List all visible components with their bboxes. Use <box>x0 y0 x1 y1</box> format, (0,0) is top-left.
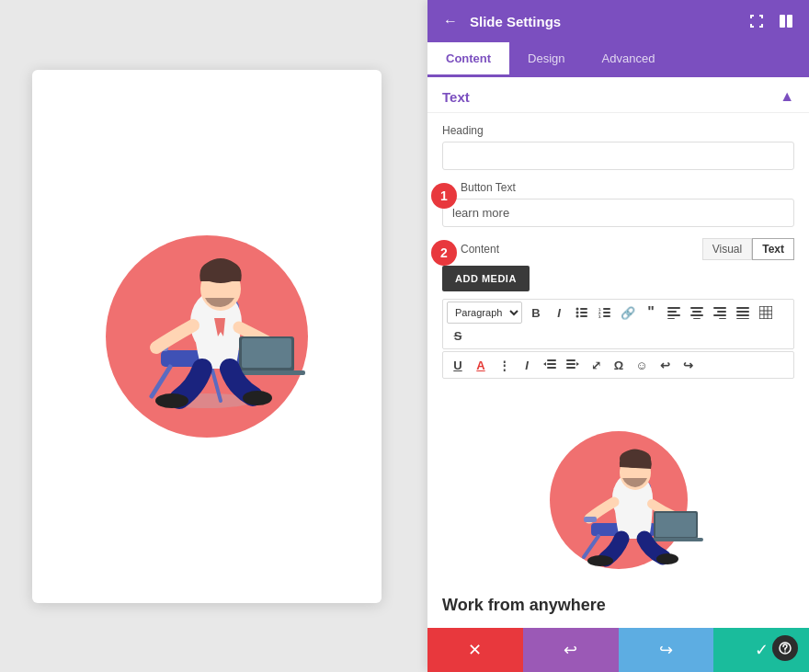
step2-badge: 2 <box>431 240 457 266</box>
tab-advanced[interactable]: Advanced <box>584 42 674 77</box>
fullscreen-icon <box>749 14 764 28</box>
outdent-button[interactable] <box>539 354 561 376</box>
svg-rect-41 <box>713 314 726 316</box>
svg-text:3.: 3. <box>598 314 601 319</box>
indent-button[interactable] <box>562 354 584 376</box>
confirm-icon: ✓ <box>755 640 769 660</box>
table-icon <box>759 306 772 319</box>
svg-rect-37 <box>690 314 703 316</box>
ol-icon: 1.2.3. <box>598 306 611 319</box>
heading-input[interactable] <box>442 142 794 170</box>
svg-point-72 <box>587 555 613 566</box>
svg-rect-36 <box>692 311 701 313</box>
undo-icon: ↩ <box>564 640 577 660</box>
italic2-button[interactable]: I <box>516 354 538 376</box>
justify-button[interactable] <box>732 302 754 324</box>
svg-point-16 <box>243 391 272 405</box>
bottom-badge[interactable] <box>772 635 798 661</box>
svg-line-4 <box>152 367 170 396</box>
text-section-title: Text <box>442 89 470 105</box>
svg-rect-30 <box>603 315 610 317</box>
emoji-button[interactable]: ☺ <box>631 354 653 376</box>
svg-rect-33 <box>667 314 680 316</box>
tab-content[interactable]: Content <box>427 42 509 77</box>
undo-button[interactable]: ↩ <box>523 628 619 672</box>
svg-point-23 <box>576 315 579 318</box>
svg-marker-55 <box>543 362 546 366</box>
ul-icon <box>575 306 588 319</box>
more-options-button[interactable]: ⋮ <box>493 354 515 376</box>
preview-title: Work from anywhere <box>442 596 794 615</box>
svg-rect-42 <box>719 318 726 319</box>
svg-rect-68 <box>655 513 696 537</box>
action-bar: ✕ ↩ ↪ ✓ <box>427 628 809 672</box>
fullscreen-button[interactable] <box>746 11 767 31</box>
preview-image-container <box>442 399 794 583</box>
redo-icon: ↪ <box>659 640 673 660</box>
undo-editor-button[interactable]: ↩ <box>654 354 676 376</box>
expand-button[interactable]: ⤢ <box>585 354 607 376</box>
underline-button[interactable]: U <box>447 354 469 376</box>
step1-container: 1 Button Text <box>442 181 794 238</box>
align-right-button[interactable] <box>709 302 731 324</box>
svg-rect-74 <box>584 517 597 522</box>
back-icon: ← <box>443 13 458 29</box>
cancel-icon: ✕ <box>468 640 482 660</box>
svg-rect-47 <box>759 306 772 319</box>
svg-rect-57 <box>566 363 575 365</box>
editor-toolbar-row2: U A ⋮ I ⤢ Ω ☺ ↩ ↪ <box>442 351 794 379</box>
redo-editor-button[interactable]: ↪ <box>677 354 699 376</box>
svg-rect-54 <box>547 367 556 369</box>
main-illustration-svg <box>60 189 336 428</box>
svg-rect-20 <box>580 308 587 310</box>
content-top-row: Content Visual Text <box>442 238 794 260</box>
paragraph-select[interactable]: Paragraph <box>447 302 522 324</box>
svg-rect-34 <box>667 318 675 319</box>
editor-toolbar-row1: Paragraph B I 1.2.3. 🔗 " <box>442 299 794 349</box>
split-button[interactable] <box>776 11 796 31</box>
text-section-header: Text ▲ <box>427 77 809 113</box>
visual-button[interactable]: Visual <box>702 238 752 260</box>
ol-button[interactable]: 1.2.3. <box>594 302 616 324</box>
svg-point-19 <box>576 308 579 311</box>
text-button[interactable]: Text <box>752 238 794 260</box>
svg-rect-40 <box>717 311 726 313</box>
text-color-button[interactable]: A <box>470 354 492 376</box>
back-button[interactable]: ← <box>440 11 461 31</box>
panel-title: Slide Settings <box>470 14 746 29</box>
strikethrough-button[interactable]: S <box>447 325 469 347</box>
svg-rect-44 <box>736 311 749 313</box>
slide-illustration <box>60 189 354 484</box>
svg-point-73 <box>656 553 678 564</box>
svg-point-21 <box>576 312 579 314</box>
align-center-button[interactable] <box>686 302 708 324</box>
button-text-input[interactable] <box>442 199 794 227</box>
cancel-button[interactable]: ✕ <box>427 628 523 672</box>
svg-rect-35 <box>690 307 703 309</box>
add-media-button[interactable]: ADD MEDIA <box>442 266 530 291</box>
svg-rect-38 <box>693 318 701 319</box>
svg-rect-45 <box>736 314 749 316</box>
svg-rect-24 <box>580 315 587 317</box>
link-button[interactable]: 🔗 <box>617 302 639 324</box>
badge-icon <box>779 642 792 655</box>
preview-illustration-svg <box>527 399 711 583</box>
align-left-button[interactable] <box>663 302 685 324</box>
split-icon <box>779 14 793 28</box>
button-text-label: Button Text <box>442 181 794 194</box>
italic-button[interactable]: I <box>548 302 570 324</box>
svg-rect-18 <box>787 15 792 28</box>
redo-button[interactable]: ↪ <box>619 628 714 672</box>
slide-card <box>32 70 382 603</box>
section-toggle-icon[interactable]: ▲ <box>780 88 794 105</box>
step1-badge: 1 <box>431 183 457 209</box>
bold-button[interactable]: B <box>525 302 547 324</box>
tab-design[interactable]: Design <box>509 42 583 77</box>
special-char-button[interactable]: Ω <box>608 354 630 376</box>
quote-button[interactable]: " <box>640 302 662 324</box>
svg-point-15 <box>155 393 188 408</box>
svg-point-76 <box>784 651 786 653</box>
panel-tabs: Content Design Advanced <box>427 42 809 77</box>
table-button[interactable] <box>755 302 777 324</box>
ul-button[interactable] <box>571 302 593 324</box>
